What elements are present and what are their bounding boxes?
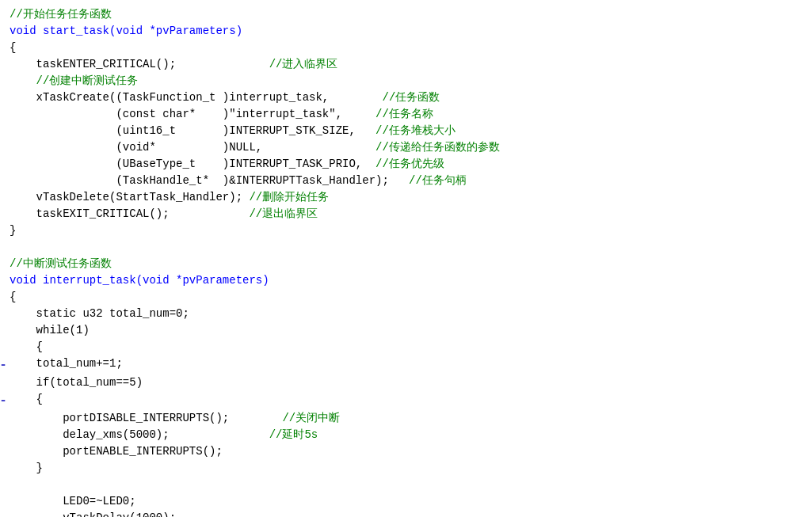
line-text: void interrupt_task(void *pvParameters) — [6, 272, 806, 289]
line-marker — [0, 460, 6, 477]
code-span: portDISABLE_INTERRUPTS(); — [10, 412, 282, 424]
code-span: } — [10, 462, 43, 474]
line-text: (UBaseType_t )INTERRUPT_TASK_PRIO, //任务优… — [6, 156, 806, 173]
line-text: (uint16_t )INTERRUPT_STK_SIZE, //任务堆栈大小 — [6, 123, 806, 139]
code-span: void start_task(void *pvParameters) — [10, 25, 242, 37]
code-line: { — [0, 339, 812, 355]
code-span: //传递给任务函数的参数 — [376, 141, 500, 154]
line-text — [6, 477, 806, 493]
line-marker — [0, 139, 6, 156]
line-marker — [0, 89, 6, 106]
code-span: //任务名称 — [376, 108, 433, 120]
line-text: { — [6, 339, 806, 355]
code-line: //开始任务任务函数 — [0, 6, 812, 23]
code-line: } — [0, 460, 812, 477]
line-marker — [0, 510, 6, 517]
code-line: taskENTER_CRITICAL(); //进入临界区 — [0, 56, 812, 73]
line-marker — [0, 73, 6, 89]
line-text: } — [6, 460, 806, 477]
line-marker — [0, 56, 6, 73]
line-text: while(1) — [6, 322, 806, 339]
code-span: if(total_num==5) — [10, 376, 143, 389]
code-line: (uint16_t )INTERRUPT_STK_SIZE, //任务堆栈大小 — [0, 123, 812, 139]
code-span: (void* )NULL, — [10, 141, 376, 154]
line-marker — [0, 40, 6, 56]
code-span: { — [10, 41, 16, 54]
code-line: xTaskCreate((TaskFunction_t )interrupt_t… — [0, 89, 812, 106]
line-text: } — [6, 222, 806, 239]
code-line: (UBaseType_t )INTERRUPT_TASK_PRIO, //任务优… — [0, 156, 812, 173]
code-line: (const char* )"interrupt_task", //任务名称 — [0, 106, 812, 123]
line-text: taskEXIT_CRITICAL(); //退出临界区 — [6, 206, 806, 222]
code-container: //开始任务任务函数void start_task(void *pvParame… — [0, 0, 812, 517]
line-marker — [0, 23, 6, 40]
line-marker — [0, 6, 6, 23]
line-marker — [0, 493, 6, 510]
code-span: taskEXIT_CRITICAL(); — [10, 207, 249, 220]
code-span: while(1) — [10, 324, 90, 336]
code-span: //任务函数 — [382, 91, 440, 104]
code-span: //开始任务任务函数 — [10, 8, 112, 21]
line-marker — [0, 410, 6, 427]
line-text: { — [6, 391, 806, 410]
code-line: delay_xms(5000); //延时5s — [0, 427, 812, 443]
line-text: //中断测试任务函数 — [6, 256, 806, 272]
code-line: void start_task(void *pvParameters) — [0, 23, 812, 40]
code-line: static u32 total_num=0; — [0, 306, 812, 322]
code-span: (uint16_t )INTERRUPT_STK_SIZE, — [10, 124, 376, 137]
code-span: //关闭中断 — [282, 412, 340, 424]
line-text: (TaskHandle_t* )&INTERRUPTTask_Handler);… — [6, 173, 806, 189]
line-text: (const char* )"interrupt_task", //任务名称 — [6, 106, 806, 123]
code-span: { — [10, 340, 43, 353]
code-line: void interrupt_task(void *pvParameters) — [0, 272, 812, 289]
line-marker — [0, 477, 6, 493]
code-line: - { — [0, 391, 812, 410]
code-line: while(1) — [0, 322, 812, 339]
code-span: { — [10, 291, 16, 303]
line-text: { — [6, 40, 806, 56]
line-text: portDISABLE_INTERRUPTS(); //关闭中断 — [6, 410, 806, 427]
line-text: taskENTER_CRITICAL(); //进入临界区 — [6, 56, 806, 73]
code-span: //创建中断测试任务 — [10, 74, 138, 87]
code-span: delay_xms(5000); — [10, 428, 269, 441]
line-marker — [0, 306, 6, 322]
line-text: (void* )NULL, //传递给任务函数的参数 — [6, 139, 806, 156]
code-span: void interrupt_task(void *pvParameters) — [10, 274, 269, 287]
line-marker — [0, 222, 6, 239]
code-span: static u32 total_num=0; — [10, 307, 189, 320]
code-line: (TaskHandle_t* )&INTERRUPTTask_Handler);… — [0, 173, 812, 189]
line-text: //开始任务任务函数 — [6, 6, 806, 23]
line-marker: - — [0, 355, 6, 374]
line-marker — [0, 322, 6, 339]
line-marker — [0, 173, 6, 189]
code-span: //删除开始任务 — [249, 191, 329, 203]
line-text: vTaskDelete(StartTask_Handler); //删除开始任务 — [6, 189, 806, 206]
code-line: } — [0, 222, 812, 239]
line-text: total_num+=1; — [6, 355, 806, 374]
line-marker — [0, 106, 6, 123]
line-marker — [0, 443, 6, 460]
line-text: vTaskDelay(1000); — [6, 510, 806, 517]
code-line: - total_num+=1; — [0, 355, 812, 374]
code-span: //退出临界区 — [249, 207, 318, 220]
code-span: //进入临界区 — [269, 58, 338, 70]
line-text: static u32 total_num=0; — [6, 306, 806, 322]
line-marker — [0, 256, 6, 272]
code-line: vTaskDelete(StartTask_Handler); //删除开始任务 — [0, 189, 812, 206]
code-block: //开始任务任务函数void start_task(void *pvParame… — [0, 6, 812, 517]
line-text: { — [6, 289, 806, 306]
code-line: //中断测试任务函数 — [0, 256, 812, 272]
code-line — [0, 239, 812, 256]
code-line: //创建中断测试任务 — [0, 73, 812, 89]
line-marker — [0, 374, 6, 391]
line-marker — [0, 239, 6, 256]
code-span: (TaskHandle_t* )&INTERRUPTTask_Handler); — [10, 174, 409, 187]
code-line: portENABLE_INTERRUPTS(); — [0, 443, 812, 460]
line-marker — [0, 272, 6, 289]
code-span: //中断测试任务函数 — [10, 257, 112, 270]
code-span: vTaskDelay(1000); — [10, 511, 176, 517]
line-text: void start_task(void *pvParameters) — [6, 23, 806, 40]
code-line: taskEXIT_CRITICAL(); //退出临界区 — [0, 206, 812, 222]
line-marker: - — [0, 391, 6, 410]
code-span: vTaskDelete(StartTask_Handler); — [10, 191, 249, 203]
